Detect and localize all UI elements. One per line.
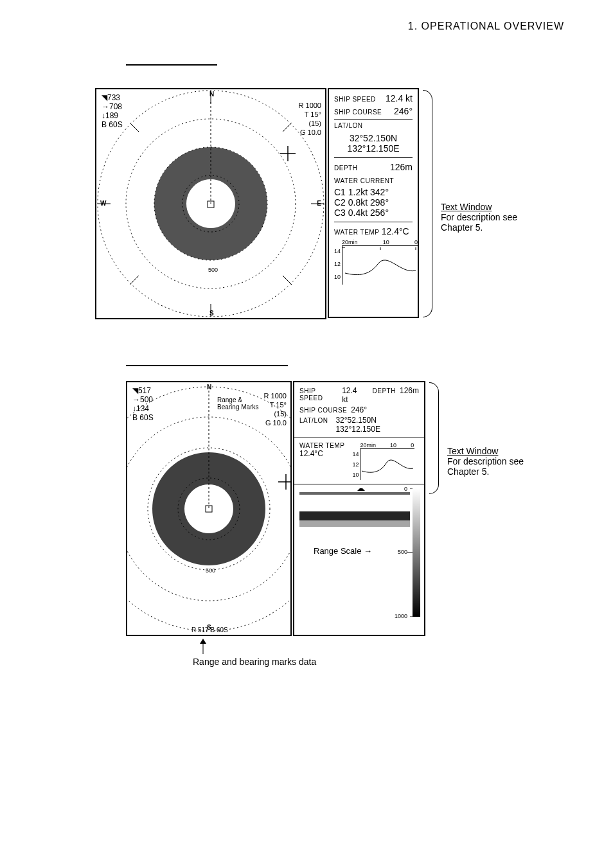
compass-north-2: N	[207, 384, 211, 391]
brace-fig1	[423, 90, 432, 317]
echo-sounder-display: 0 500 1000 Range Scale →	[299, 488, 419, 617]
range-ring-label: 500	[208, 267, 218, 273]
graph-x-10: 10	[383, 239, 389, 245]
page-header: 1. OPERATIONAL OVERVIEW	[408, 21, 564, 32]
graph-y-14: 14	[334, 248, 341, 254]
water-temp-value: 12.4°C	[382, 226, 409, 236]
arrow-right-icon: →	[364, 546, 372, 556]
compass-east: E	[317, 200, 321, 207]
current-c1: C1 1.2kt 342°	[334, 187, 413, 197]
svg-rect-30	[413, 488, 420, 617]
depth-value-2: 126m	[400, 386, 419, 395]
svg-rect-27	[299, 492, 410, 495]
svg-line-10	[130, 276, 139, 285]
es-scale-1000: 1000	[395, 613, 407, 619]
svg-line-9	[283, 123, 292, 132]
graph2-x-0: 0	[411, 442, 414, 448]
sonar-display-full: ◥733 →708 ↓189 B 60S R 1000 T 15° (15) G…	[95, 88, 326, 319]
graph2-y-12: 12	[352, 461, 359, 468]
temp-history-graph	[342, 245, 418, 285]
brace-fig2	[429, 382, 439, 494]
horiz-icon: →	[132, 395, 140, 404]
graph2-y-10: 10	[352, 472, 359, 478]
lon-value: 132°12.150E	[334, 143, 413, 154]
water-temp-label: WATER TEMP	[334, 229, 379, 236]
text-window-combo: SHIP SPEED 12.4 kt DEPTH 126m SHIP COURS…	[293, 381, 425, 636]
ship-course-label-2: SHIP COURSE	[299, 407, 347, 414]
annotation-fig1: Text Window For description see Chapter …	[441, 202, 517, 233]
graph2-x-10: 10	[390, 442, 396, 448]
compass-west: W	[100, 200, 106, 207]
graph-y-12: 12	[334, 261, 341, 267]
latlon-label: LAT/LON	[334, 122, 413, 129]
slant-icon: ◥	[102, 93, 107, 102]
water-temp-value-2: 12.4°C	[299, 449, 344, 458]
graph-x-20: 20min	[342, 239, 358, 245]
range-ring-label-2: 500	[206, 567, 215, 574]
es-scale-500: 500	[398, 549, 407, 555]
ship-course-value-2: 246°	[351, 405, 367, 414]
caption-fig2: Range and bearing marks data	[193, 657, 316, 667]
ship-course-value: 246°	[394, 106, 413, 116]
depth-label-2: DEPTH	[373, 387, 396, 394]
lat-value-2: 32°52.150N	[335, 416, 377, 425]
ship-speed-value-2: 12.4 kt	[342, 386, 363, 404]
depth-value: 126m	[390, 162, 413, 172]
svg-rect-13	[208, 201, 214, 208]
depth-label: DEPTH	[334, 164, 357, 172]
range-params: R 1000 T 15° (15) G 10.0	[299, 101, 321, 137]
compass-north: N	[209, 91, 214, 98]
es-scale-0: 0	[404, 486, 407, 492]
ship-speed-label-2: SHIP SPEED	[299, 387, 338, 402]
horiz-icon: →	[102, 102, 109, 111]
water-temp-label-2: WATER TEMP	[299, 442, 344, 449]
current-c2: C2 0.8kt 298°	[334, 197, 413, 208]
text-window-full: SHIP SPEED 12.4 kt SHIP COURSE 246° LAT/…	[328, 88, 419, 318]
range-bearing-marks-label: Range & Bearing Marks	[217, 396, 258, 411]
graph2-y-14: 14	[352, 451, 359, 457]
annotation-fig2: Text Window For description see Chapter …	[447, 446, 524, 477]
svg-rect-29	[299, 520, 410, 527]
svg-line-8	[130, 123, 139, 132]
graph2-x-20: 20min	[360, 442, 376, 448]
ship-speed-value: 12.4 kt	[386, 93, 413, 103]
graph-y-10: 10	[334, 274, 341, 280]
ship-speed-label: SHIP SPEED	[334, 96, 376, 103]
graph-x-0: 0	[414, 239, 418, 245]
nav-readout: ◥733 →708 ↓189 B 60S	[102, 93, 123, 129]
current-c3: C3 0.4kt 256°	[334, 208, 413, 218]
range-scale-label: Range Scale →	[314, 546, 372, 556]
nav-readout-2: ◥517 →500 ↓134 B 60S	[132, 386, 154, 422]
temp-history-graph-2	[360, 448, 414, 480]
lat-value: 32°52.150N	[334, 133, 413, 143]
arrow-up-icon	[197, 639, 209, 655]
lon-value-2: 132°12.150E	[335, 425, 380, 434]
latlon-label-2: LAT/LON	[299, 417, 328, 424]
svg-rect-28	[299, 511, 410, 520]
range-params-2: R 1000 T 15° (15) G 10.0	[264, 391, 287, 427]
ship-course-label: SHIP COURSE	[334, 109, 382, 116]
sonar-display-combo: ◥517 →500 ↓134 B 60S R 1000 T 15° (15) G…	[126, 381, 292, 636]
svg-line-11	[283, 276, 292, 285]
compass-south: S	[209, 310, 214, 317]
slant-icon: ◥	[132, 386, 138, 395]
water-current-label: WATER CURRENT	[334, 177, 413, 184]
rb-data-readout: R 517 B 60S	[191, 626, 228, 633]
